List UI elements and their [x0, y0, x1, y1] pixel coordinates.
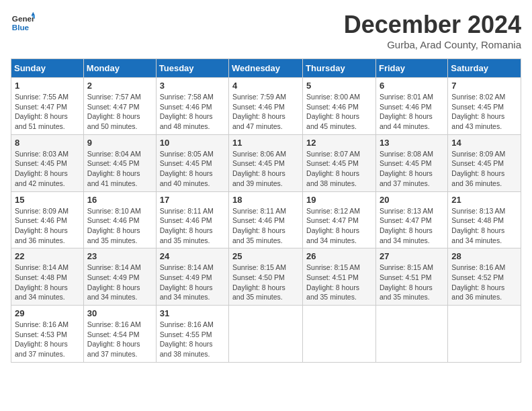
day-number: 30	[87, 308, 152, 318]
day-info: Sunrise: 8:14 AMSunset: 4:49 PMDaylight:…	[87, 263, 152, 302]
day-of-week-header: Monday	[83, 59, 156, 78]
calendar-cell: 5Sunrise: 8:00 AMSunset: 4:46 PMDaylight…	[303, 78, 376, 135]
calendar-cell: 6Sunrise: 8:01 AMSunset: 4:46 PMDaylight…	[375, 78, 447, 135]
day-info: Sunrise: 8:14 AMSunset: 4:48 PMDaylight:…	[15, 263, 80, 302]
day-info: Sunrise: 8:16 AMSunset: 4:52 PMDaylight:…	[451, 263, 517, 302]
day-number: 11	[232, 138, 299, 148]
day-info: Sunrise: 8:15 AMSunset: 4:50 PMDaylight:…	[232, 263, 299, 302]
day-of-week-header: Friday	[375, 59, 447, 78]
day-number: 7	[451, 81, 517, 91]
calendar-cell: 28Sunrise: 8:16 AMSunset: 4:52 PMDayligh…	[448, 248, 521, 306]
calendar-cell: 17Sunrise: 8:11 AMSunset: 4:46 PMDayligh…	[156, 191, 228, 248]
day-info: Sunrise: 8:12 AMSunset: 4:47 PMDaylight:…	[306, 206, 372, 246]
calendar-cell: 16Sunrise: 8:10 AMSunset: 4:46 PMDayligh…	[83, 191, 156, 248]
day-of-week-header: Tuesday	[156, 59, 228, 78]
day-number: 17	[160, 195, 225, 205]
calendar-cell: 20Sunrise: 8:13 AMSunset: 4:47 PMDayligh…	[375, 191, 447, 248]
calendar-cell: 13Sunrise: 8:08 AMSunset: 4:45 PMDayligh…	[375, 134, 447, 191]
calendar-cell	[375, 306, 447, 363]
day-of-week-header: Saturday	[448, 59, 521, 78]
day-info: Sunrise: 8:14 AMSunset: 4:49 PMDaylight:…	[160, 263, 225, 302]
calendar-table: SundayMondayTuesdayWednesdayThursdayFrid…	[11, 58, 521, 363]
day-info: Sunrise: 8:09 AMSunset: 4:45 PMDaylight:…	[451, 149, 517, 189]
location-subtitle: Gurba, Arad County, Romania	[344, 39, 521, 50]
day-info: Sunrise: 8:13 AMSunset: 4:48 PMDaylight:…	[451, 206, 517, 246]
day-number: 8	[15, 138, 80, 148]
calendar-cell: 24Sunrise: 8:14 AMSunset: 4:49 PMDayligh…	[156, 248, 228, 306]
day-info: Sunrise: 8:15 AMSunset: 4:51 PMDaylight:…	[380, 263, 444, 302]
calendar-cell	[448, 306, 521, 363]
calendar-cell: 7Sunrise: 8:02 AMSunset: 4:45 PMDaylight…	[448, 78, 521, 135]
day-number: 15	[15, 195, 80, 205]
day-info: Sunrise: 8:02 AMSunset: 4:45 PMDaylight:…	[451, 92, 517, 132]
day-info: Sunrise: 8:00 AMSunset: 4:46 PMDaylight:…	[306, 92, 372, 132]
day-info: Sunrise: 7:58 AMSunset: 4:46 PMDaylight:…	[160, 92, 225, 132]
day-info: Sunrise: 7:59 AMSunset: 4:46 PMDaylight:…	[232, 92, 299, 132]
calendar-cell: 21Sunrise: 8:13 AMSunset: 4:48 PMDayligh…	[448, 191, 521, 248]
day-of-week-header: Thursday	[303, 59, 376, 78]
calendar-cell: 29Sunrise: 8:16 AMSunset: 4:53 PMDayligh…	[11, 306, 84, 363]
day-info: Sunrise: 8:15 AMSunset: 4:51 PMDaylight:…	[306, 263, 372, 302]
day-info: Sunrise: 8:13 AMSunset: 4:47 PMDaylight:…	[380, 206, 444, 246]
calendar-cell: 15Sunrise: 8:09 AMSunset: 4:46 PMDayligh…	[11, 191, 84, 248]
day-number: 1	[15, 81, 80, 91]
svg-text:Blue: Blue	[12, 23, 30, 32]
day-number: 21	[451, 195, 517, 205]
day-info: Sunrise: 8:08 AMSunset: 4:45 PMDaylight:…	[380, 149, 444, 189]
day-number: 27	[380, 251, 444, 261]
calendar-week-row: 22Sunrise: 8:14 AMSunset: 4:48 PMDayligh…	[11, 248, 521, 306]
day-info: Sunrise: 8:03 AMSunset: 4:45 PMDaylight:…	[15, 149, 80, 189]
day-number: 14	[451, 138, 517, 148]
calendar-cell: 27Sunrise: 8:15 AMSunset: 4:51 PMDayligh…	[375, 248, 447, 306]
day-number: 4	[232, 81, 299, 91]
day-number: 24	[160, 251, 225, 261]
day-info: Sunrise: 8:01 AMSunset: 4:46 PMDaylight:…	[380, 92, 444, 132]
calendar-header-row: SundayMondayTuesdayWednesdayThursdayFrid…	[11, 59, 521, 78]
calendar-cell: 14Sunrise: 8:09 AMSunset: 4:45 PMDayligh…	[448, 134, 521, 191]
day-info: Sunrise: 7:55 AMSunset: 4:47 PMDaylight:…	[15, 92, 80, 132]
calendar-cell: 4Sunrise: 7:59 AMSunset: 4:46 PMDaylight…	[229, 78, 303, 135]
day-info: Sunrise: 8:11 AMSunset: 4:46 PMDaylight:…	[160, 206, 225, 246]
calendar-cell: 30Sunrise: 8:16 AMSunset: 4:54 PMDayligh…	[83, 306, 156, 363]
calendar-cell: 25Sunrise: 8:15 AMSunset: 4:50 PMDayligh…	[229, 248, 303, 306]
day-number: 29	[15, 308, 80, 318]
day-number: 3	[160, 81, 225, 91]
day-number: 10	[160, 138, 225, 148]
day-number: 6	[380, 81, 444, 91]
calendar-cell: 18Sunrise: 8:11 AMSunset: 4:46 PMDayligh…	[229, 191, 303, 248]
day-info: Sunrise: 8:16 AMSunset: 4:53 PMDaylight:…	[15, 320, 80, 359]
day-number: 9	[87, 138, 152, 148]
calendar-cell: 3Sunrise: 7:58 AMSunset: 4:46 PMDaylight…	[156, 78, 228, 135]
calendar-cell: 22Sunrise: 8:14 AMSunset: 4:48 PMDayligh…	[11, 248, 84, 306]
day-number: 20	[380, 195, 444, 205]
page-header: General Blue December 2024 Gurba, Arad C…	[11, 11, 521, 50]
calendar-week-row: 29Sunrise: 8:16 AMSunset: 4:53 PMDayligh…	[11, 306, 521, 363]
day-number: 26	[306, 251, 372, 261]
calendar-cell: 11Sunrise: 8:06 AMSunset: 4:45 PMDayligh…	[229, 134, 303, 191]
day-info: Sunrise: 8:07 AMSunset: 4:45 PMDaylight:…	[306, 149, 372, 189]
logo-icon: General Blue	[11, 11, 35, 35]
day-number: 12	[306, 138, 372, 148]
calendar-week-row: 1Sunrise: 7:55 AMSunset: 4:47 PMDaylight…	[11, 78, 521, 135]
calendar-cell	[229, 306, 303, 363]
day-of-week-header: Sunday	[11, 59, 84, 78]
calendar-week-row: 8Sunrise: 8:03 AMSunset: 4:45 PMDaylight…	[11, 134, 521, 191]
calendar-cell: 26Sunrise: 8:15 AMSunset: 4:51 PMDayligh…	[303, 248, 376, 306]
calendar-cell: 19Sunrise: 8:12 AMSunset: 4:47 PMDayligh…	[303, 191, 376, 248]
day-info: Sunrise: 8:04 AMSunset: 4:45 PMDaylight:…	[87, 149, 152, 189]
calendar-cell: 1Sunrise: 7:55 AMSunset: 4:47 PMDaylight…	[11, 78, 84, 135]
day-info: Sunrise: 8:05 AMSunset: 4:45 PMDaylight:…	[160, 149, 225, 189]
day-number: 22	[15, 251, 80, 261]
month-title: December 2024	[344, 11, 521, 39]
calendar-cell: 31Sunrise: 8:16 AMSunset: 4:55 PMDayligh…	[156, 306, 228, 363]
title-area: December 2024 Gurba, Arad County, Romani…	[344, 11, 521, 50]
day-info: Sunrise: 8:09 AMSunset: 4:46 PMDaylight:…	[15, 206, 80, 246]
logo: General Blue	[11, 11, 35, 35]
calendar-week-row: 15Sunrise: 8:09 AMSunset: 4:46 PMDayligh…	[11, 191, 521, 248]
day-number: 28	[451, 251, 517, 261]
calendar-cell: 2Sunrise: 7:57 AMSunset: 4:47 PMDaylight…	[83, 78, 156, 135]
calendar-cell: 10Sunrise: 8:05 AMSunset: 4:45 PMDayligh…	[156, 134, 228, 191]
calendar-cell	[303, 306, 376, 363]
day-number: 19	[306, 195, 372, 205]
day-number: 2	[87, 81, 152, 91]
